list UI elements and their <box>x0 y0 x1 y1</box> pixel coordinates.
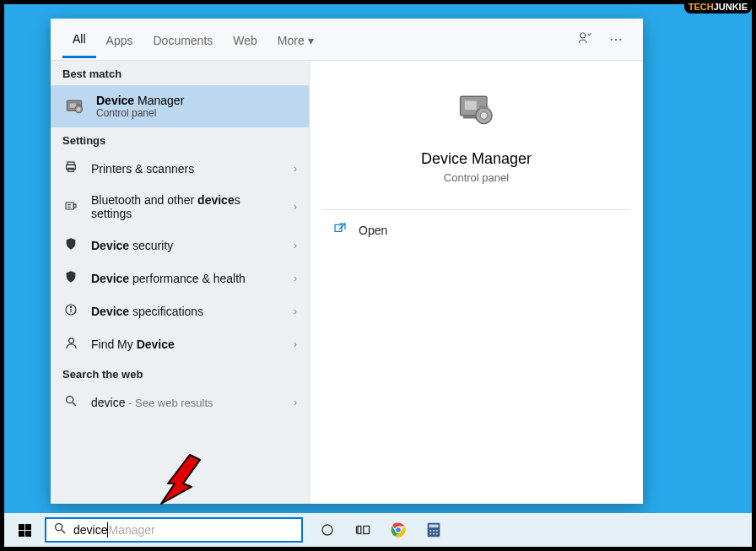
svg-line-16 <box>73 402 76 406</box>
web-header: Search the web <box>51 361 309 386</box>
start-search-panel: All Apps Documents Web More ▾ ⋯ Best mat… <box>51 19 643 504</box>
chevron-right-icon: › <box>294 240 297 251</box>
settings-item-label: Bluetooth and other devices settings <box>91 193 282 220</box>
settings-item-printers[interactable]: Printers & scanners › <box>51 152 309 185</box>
settings-item-label: Device performance & health <box>91 272 282 285</box>
action-open[interactable]: Open <box>310 210 643 251</box>
settings-item-label: Device specifications <box>91 305 282 318</box>
tab-apps[interactable]: Apps <box>96 22 143 57</box>
svg-point-35 <box>433 530 435 532</box>
more-options-button[interactable]: ⋯ <box>601 31 631 47</box>
best-match-header: Best match <box>51 61 309 85</box>
svg-rect-33 <box>429 525 439 528</box>
info-icon <box>62 303 79 319</box>
chevron-right-icon: › <box>294 163 297 175</box>
settings-item-label: Printers & scanners <box>91 162 282 176</box>
svg-rect-10 <box>73 204 76 208</box>
detail-app-icon <box>451 86 502 137</box>
device-manager-icon <box>62 95 86 118</box>
settings-header: Settings <box>51 127 309 152</box>
chevron-right-icon: › <box>294 201 297 213</box>
shield-icon <box>62 237 79 253</box>
best-match-subtitle: Control panel <box>96 107 184 119</box>
svg-rect-18 <box>464 101 476 111</box>
chrome-app[interactable] <box>381 513 416 547</box>
bluetooth-icon <box>62 199 79 215</box>
taskbar-search-input[interactable]: device Manager <box>45 517 303 543</box>
settings-item-findmy[interactable]: Find My Device › <box>51 327 309 361</box>
svg-point-34 <box>429 530 431 532</box>
svg-point-36 <box>436 530 438 532</box>
svg-rect-2 <box>70 104 76 108</box>
cortana-button[interactable] <box>310 513 345 547</box>
svg-point-13 <box>70 306 71 307</box>
svg-point-38 <box>433 532 435 534</box>
svg-rect-27 <box>358 527 361 534</box>
chevron-right-icon: › <box>294 397 297 408</box>
task-view-button[interactable] <box>345 513 381 547</box>
svg-rect-29 <box>364 527 370 534</box>
svg-line-25 <box>62 530 65 533</box>
detail-pane: Device Manager Control panel Open <box>309 61 643 504</box>
svg-point-4 <box>77 107 80 111</box>
svg-point-14 <box>68 338 73 343</box>
web-result-item[interactable]: device - See web results › <box>51 386 309 419</box>
person-icon <box>62 336 79 353</box>
settings-item-performance[interactable]: Device performance & health › <box>51 262 309 294</box>
settings-item-security[interactable]: Device security › <box>51 229 309 262</box>
taskbar: device Manager <box>4 513 752 547</box>
search-typed-text: device <box>73 523 107 537</box>
windows-icon <box>19 524 31 537</box>
open-icon <box>333 222 347 239</box>
feedback-button[interactable] <box>569 30 601 49</box>
best-match-result[interactable]: Device Manager Control panel <box>51 85 309 127</box>
svg-point-0 <box>580 33 586 38</box>
settings-item-label: Find My Device <box>91 338 282 351</box>
best-match-title: Device Manager <box>96 94 184 107</box>
action-label: Open <box>359 224 387 237</box>
watermark-logo: TECHJUNKIE <box>684 0 752 14</box>
shield-icon <box>62 270 79 286</box>
start-button[interactable] <box>4 513 45 547</box>
chevron-right-icon: › <box>294 273 297 284</box>
tab-all[interactable]: All <box>62 20 96 58</box>
tab-documents[interactable]: Documents <box>143 22 223 57</box>
search-suggestion-text: Manager <box>108 523 154 537</box>
tab-web[interactable]: Web <box>223 22 267 57</box>
calculator-app[interactable] <box>416 513 451 547</box>
tab-more[interactable]: More ▾ <box>267 22 324 57</box>
svg-rect-8 <box>68 168 74 171</box>
svg-point-37 <box>429 532 431 534</box>
results-list: Best match Device Manager Control panel … <box>51 61 309 504</box>
svg-rect-9 <box>66 203 73 209</box>
svg-point-39 <box>436 532 438 534</box>
search-tabs: All Apps Documents Web More ▾ ⋯ <box>51 19 643 61</box>
detail-title: Device Manager <box>421 150 532 168</box>
settings-item-label: Device security <box>91 239 282 252</box>
svg-rect-22 <box>479 106 489 110</box>
settings-item-specs[interactable]: Device specifications › <box>51 294 309 327</box>
svg-point-21 <box>480 112 488 120</box>
chevron-down-icon: ▾ <box>308 34 314 47</box>
settings-item-bluetooth[interactable]: Bluetooth and other devices settings › <box>51 185 309 229</box>
chevron-right-icon: › <box>294 305 297 317</box>
svg-point-24 <box>56 524 62 531</box>
search-icon <box>53 521 67 538</box>
svg-point-26 <box>322 525 332 535</box>
chevron-right-icon: › <box>294 338 297 350</box>
svg-point-31 <box>396 527 402 533</box>
svg-rect-5 <box>77 104 81 105</box>
search-icon <box>62 394 79 410</box>
printer-icon <box>62 160 79 176</box>
web-result-label: device - See web results <box>91 396 282 409</box>
detail-subtitle: Control panel <box>444 171 509 184</box>
svg-point-15 <box>67 397 73 403</box>
